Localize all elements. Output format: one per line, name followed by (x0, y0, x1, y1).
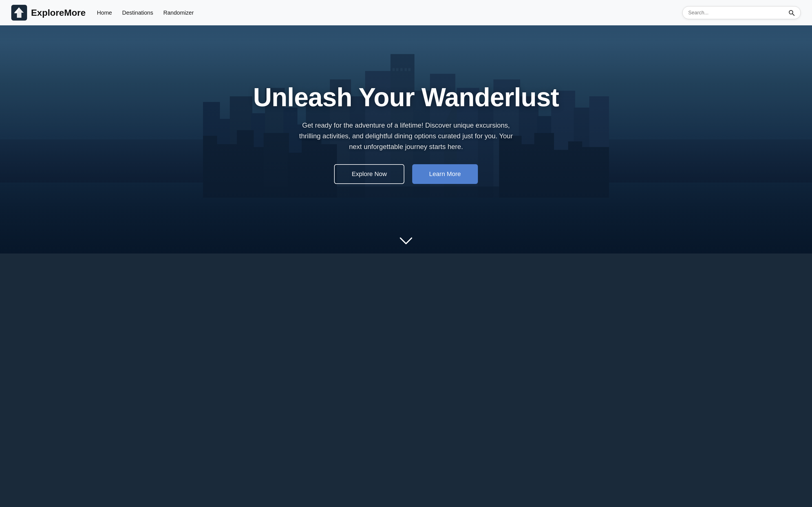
chevron-down-icon (399, 237, 413, 245)
scroll-indicator[interactable] (399, 237, 413, 245)
hero-subtitle: Get ready for the adventure of a lifetim… (296, 120, 516, 152)
hero-section: Unleash Your Wanderlust Get ready for th… (0, 0, 812, 253)
nav-link-randomizer[interactable]: Randomizer (163, 10, 194, 16)
navbar: ExploreMore Home Destinations Randomizer (0, 0, 812, 25)
svg-line-3 (793, 14, 795, 16)
nav-right (682, 6, 801, 19)
hero-title: Unleash Your Wanderlust (253, 83, 559, 111)
brand-icon (11, 5, 27, 20)
nav-link-home[interactable]: Home (97, 10, 112, 16)
brand-logo-link[interactable]: ExploreMore (11, 5, 86, 20)
explore-now-button[interactable]: Explore Now (334, 164, 404, 184)
search-input[interactable] (688, 10, 788, 16)
brand-name: ExploreMore (31, 8, 86, 18)
nav-left: ExploreMore Home Destinations Randomizer (11, 5, 194, 20)
hero-content: Unleash Your Wanderlust Get ready for th… (0, 0, 812, 253)
hero-buttons: Explore Now Learn More (334, 164, 477, 184)
search-button[interactable] (788, 9, 795, 16)
search-icon (788, 9, 795, 16)
learn-more-button[interactable]: Learn More (412, 164, 478, 184)
search-bar (682, 6, 801, 19)
nav-links: Home Destinations Randomizer (97, 10, 194, 16)
nav-link-destinations[interactable]: Destinations (122, 10, 153, 16)
